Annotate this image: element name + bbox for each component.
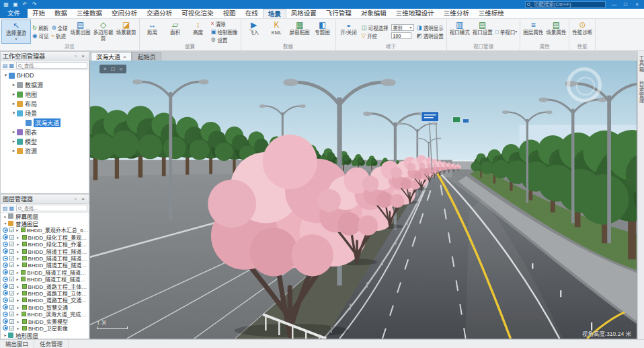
screen-overlay-button[interactable]: 屏幕贴图 [288,20,311,44]
expand-icon[interactable] [11,92,17,97]
layer-checkbox[interactable] [9,256,14,260]
status-bar-tab[interactable]: 任务管理 [34,340,69,348]
height-button[interactable]: 高度 [187,20,210,44]
layer-visibility-eye-icon[interactable] [3,263,8,268]
right-dock-tab[interactable]: 目录管理 [637,81,644,104]
ribbon-tab[interactable]: 可视化渲染 [177,9,218,18]
excavate-button[interactable]: 开挖 [360,32,390,40]
tree-item-scenes[interactable]: 场景 [1,108,89,118]
layer-visibility-eye-icon[interactable] [3,277,8,282]
3d-scene-viewport[interactable]: 1 米 视角高度:310.24 米 [89,61,637,339]
ribbon-tab[interactable]: 三维标绘 [474,9,509,18]
transparent-settings-button[interactable]: 透明设置 [415,32,445,40]
layer-search-input[interactable] [23,206,87,211]
layer-visibility-eye-icon[interactable] [3,318,8,324]
pan-tool-icon[interactable] [101,65,109,73]
layer-group-terrain[interactable]: 地形图层 [1,332,89,339]
layer-visibility-eye-icon[interactable] [3,283,8,289]
layer-row[interactable]: BHDD_隧道工程_隧道管线 [1,262,89,269]
expand-icon[interactable] [11,82,17,88]
close-panel-icon[interactable] [79,196,87,202]
layer-visibility-eye-icon[interactable] [3,290,8,295]
expand-icon[interactable] [15,319,21,324]
ribbon-tab[interactable]: 视图 [218,9,241,18]
document-tab[interactable]: 起始页 × [132,52,161,61]
layer-checkbox[interactable] [9,319,14,324]
save-icon[interactable] [11,0,20,9]
tree-item-datasources[interactable]: 数据源 [1,80,89,90]
layer-row[interactable]: BHDD_实景模型 [1,318,89,324]
ribbon-tab[interactable]: 三维地理设计 [391,9,439,18]
tree-item-maps[interactable]: 地图 [1,90,89,99]
app-menu-icon[interactable] [1,0,11,9]
transparent-display-button[interactable]: 透明显示 [415,24,445,32]
expand-icon[interactable] [15,263,21,267]
polygon-clip-button[interactable]: 多边形裁剪 [92,20,115,44]
layer-visibility-eye-icon[interactable] [3,256,8,261]
expand-icon[interactable] [15,312,20,316]
expand-icon[interactable] [15,242,21,246]
pin-icon[interactable] [72,53,79,59]
expand-icon[interactable] [15,284,21,289]
workspace-view-icon[interactable] [9,63,15,69]
scene-export-button[interactable]: 场景出图 [69,20,92,44]
ribbon-tab[interactable]: 飞行管理 [321,9,356,18]
layer-visibility-eye-icon[interactable] [3,242,8,247]
ribbon-tab[interactable]: 三维分析 [439,9,474,18]
compass-navigation[interactable] [567,67,602,102]
layer-checkbox[interactable] [9,242,14,246]
expand-icon[interactable] [15,305,21,310]
visible-button[interactable]: 可见 [31,32,50,40]
layer-search-box[interactable] [16,205,87,211]
layer-checkbox[interactable] [9,228,14,232]
layer-group-screen[interactable]: 屏幕图层 [1,213,89,219]
ribbon-tab[interactable]: 场景 [263,9,286,18]
distance-button[interactable]: 距离 [141,20,164,44]
redo-icon[interactable] [30,0,39,9]
layer-row[interactable]: BHDD_智慧交通 [1,304,89,310]
layer-checkbox[interactable] [9,326,14,330]
ribbon-tab[interactable]: 数据 [50,9,72,18]
expand-icon[interactable] [15,270,19,275]
draw-image-button[interactable]: 绘制图像 [210,28,239,36]
layer-visibility-eye-icon[interactable] [3,269,8,275]
layer-visibility-eye-icon[interactable] [3,234,8,240]
expand-icon[interactable] [3,221,8,225]
expand-icon[interactable] [11,139,17,144]
tree-item-scene-binhai[interactable]: 滨海大道 [1,118,89,127]
ribbon-tab[interactable]: 风格设置 [286,9,321,18]
layer-group-normal[interactable]: 普通图层 [1,219,89,226]
close-button[interactable] [631,0,643,9]
kml-button[interactable]: KML [266,20,288,44]
viewport-settings-button[interactable]: 视口设置 [471,20,494,44]
expand-icon[interactable] [15,256,21,260]
layer-visibility-eye-icon[interactable] [3,248,8,254]
ribbon-tab[interactable]: 三维数据 [72,9,107,18]
layer-visibility-eye-icon[interactable] [3,325,8,330]
workspace-search-input[interactable] [23,63,87,68]
expand-icon[interactable] [15,249,21,254]
ribbon-tab[interactable]: 文件 [0,9,28,18]
layer-checkbox[interactable] [9,277,14,281]
expand-icon[interactable] [11,110,17,116]
scene-attributes-button[interactable]: 场景属性 [545,20,567,44]
function-search-box[interactable] [525,1,606,8]
ribbon-tab[interactable]: 交通分析 [142,9,177,18]
layer-checkbox[interactable] [9,312,14,316]
close-tab-icon[interactable]: × [123,54,126,60]
layer-visibility-eye-icon[interactable] [3,298,8,303]
layer-row[interactable]: BHDD_景观乔木汇总_64@景观树木 [1,227,89,234]
viewport-mode-button[interactable]: 视口模式 [448,20,471,44]
layer-checkbox[interactable] [9,235,14,240]
layer-visibility-eye-icon[interactable] [3,304,8,310]
expand-icon[interactable] [11,129,17,135]
tree-item-models[interactable]: 模型 [1,137,89,146]
ribbon-tab[interactable]: 开始 [28,9,50,18]
layer-checkbox[interactable] [9,291,14,295]
ribbon-tab[interactable]: 在线 [241,9,263,18]
layer-attributes-button[interactable]: 图层属性 [522,20,545,44]
layer-row[interactable]: BHDD_绿化工程_乔灌合集 [1,241,89,248]
close-panel-icon[interactable] [79,53,87,59]
expand-icon[interactable] [15,291,21,295]
undo-icon[interactable] [20,0,30,9]
